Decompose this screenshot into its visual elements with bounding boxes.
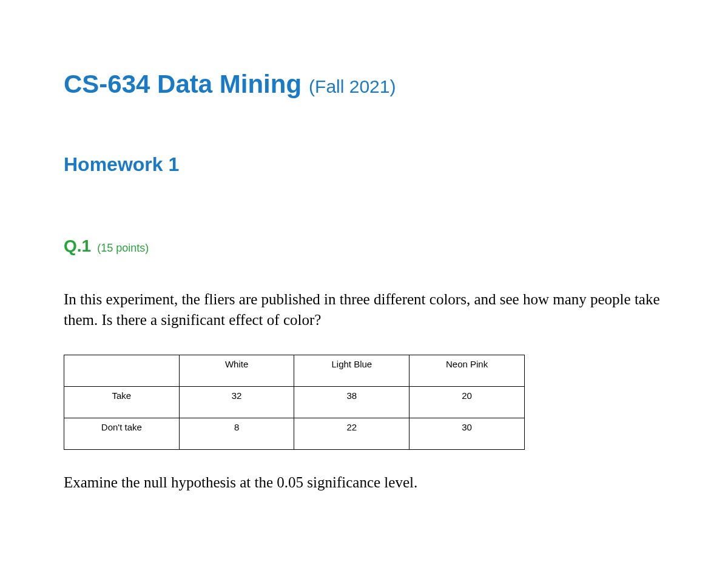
table-cell: 38 <box>294 386 410 418</box>
table-header-row: White Light Blue Neon Pink <box>64 355 525 386</box>
course-title: CS-634 Data Mining <box>64 70 302 98</box>
course-header: CS-634 Data Mining (Fall 2021) <box>64 70 664 99</box>
table-header-cell: Neon Pink <box>410 355 525 386</box>
table-cell: 20 <box>410 386 525 418</box>
question-number: Q.1 <box>64 236 91 255</box>
table-cell: 32 <box>179 386 294 418</box>
table-row: Take 32 38 20 <box>64 386 525 418</box>
table-header-cell <box>64 355 180 386</box>
table-row-label: Take <box>64 386 180 418</box>
data-table: White Light Blue Neon Pink Take 32 38 20… <box>64 355 525 450</box>
table-header-cell: Light Blue <box>294 355 410 386</box>
course-term: (Fall 2021) <box>309 76 396 96</box>
question-points: (15 points) <box>97 242 149 254</box>
table-cell: 22 <box>294 418 410 449</box>
homework-title: Homework 1 <box>64 153 664 176</box>
question-header: Q.1 (15 points) <box>64 236 664 256</box>
table-row-label: Don't take <box>64 418 180 449</box>
table-header-cell: White <box>179 355 294 386</box>
question-text: In this experiment, the fliers are publi… <box>64 289 664 330</box>
question-followup: Examine the null hypothesis at the 0.05 … <box>64 474 664 491</box>
table-row: Don't take 8 22 30 <box>64 418 525 449</box>
table-cell: 30 <box>410 418 525 449</box>
table-cell: 8 <box>179 418 294 449</box>
